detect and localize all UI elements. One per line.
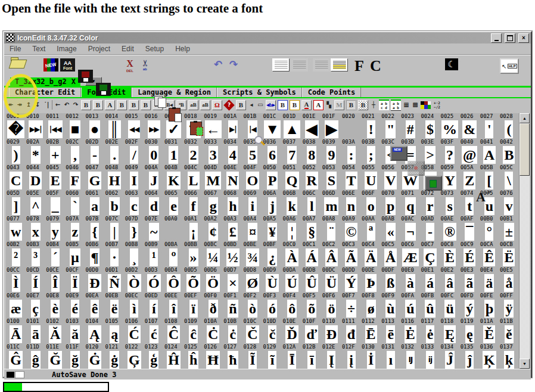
glyph-cell[interactable]: 005B[ xyxy=(480,164,499,190)
glyph-cell[interactable]: 010Bċ xyxy=(223,318,242,344)
glyph-cell[interactable]: 0064d xyxy=(144,190,164,216)
glyph-cell[interactable]: 00E5å xyxy=(499,267,519,293)
glyph-cell[interactable]: 00F3ó xyxy=(262,293,282,318)
glyph-cell[interactable]: 00A6¦ xyxy=(282,216,302,241)
glyph-cell[interactable]: 00E7ç xyxy=(26,293,45,318)
glyph-cell[interactable]: 00B4´ xyxy=(45,241,65,267)
glyph-cell[interactable]: 00C8È xyxy=(440,241,460,267)
glyph-cell[interactable]: 011Dĝ xyxy=(26,344,45,369)
glyph-cell[interactable]: 00AAª xyxy=(361,216,381,241)
glyph-cell[interactable]: 0052R xyxy=(302,164,322,190)
glyph-cell[interactable]: 006Aj xyxy=(262,190,282,216)
m-gray-button[interactable]: M xyxy=(334,100,344,110)
glyph-cell[interactable]: 00E0à xyxy=(400,267,420,293)
glyph-cell[interactable]: 00A9© xyxy=(341,216,361,241)
glyph-cell[interactable]: 003A: xyxy=(341,139,361,164)
glyph-cell[interactable]: 00C9É xyxy=(460,241,480,267)
glyph-cell[interactable]: 011Fğ xyxy=(65,344,85,369)
glyph-cell[interactable]: 00E6æ xyxy=(6,293,26,318)
glyph-cell[interactable]: 00CAÊ xyxy=(480,241,499,267)
glyph-cell[interactable]: 012Bī xyxy=(302,344,322,369)
glyph-cell[interactable]: 007E~ xyxy=(144,216,164,241)
scrollbar-thumb[interactable] xyxy=(520,123,530,176)
glyph-cell[interactable]: 0023# xyxy=(400,113,420,139)
glyph-cell[interactable]: 0107ć xyxy=(144,318,164,344)
glyph-cell[interactable]: 0069i xyxy=(242,190,262,216)
help-diamond-icon[interactable]: ? xyxy=(223,99,234,110)
glyph-cell[interactable]: 00BC¼ xyxy=(203,241,223,267)
glyph-cell[interactable]: 00A5¥ xyxy=(262,216,282,241)
style-b1-button[interactable]: B xyxy=(81,100,91,110)
help-icon[interactable]: ↖ HLP xyxy=(500,58,519,74)
crosshair-icon[interactable]: ┼ xyxy=(370,100,377,110)
style-b3-button[interactable]: B xyxy=(117,100,127,110)
ab-case2-button[interactable]: aB xyxy=(200,100,210,110)
tab-code-points[interactable]: Code Points xyxy=(302,88,361,97)
scroll-down-button[interactable]: ▼ xyxy=(520,359,530,369)
glyph-cell[interactable]: 00BAº xyxy=(164,241,183,267)
glyph-cell[interactable]: 001F▶ xyxy=(322,113,341,139)
glyph-cell[interactable]: 00322 xyxy=(183,139,203,164)
glyph-cell[interactable]: 0040@ xyxy=(460,139,480,164)
glyph-cell[interactable]: 00FCü xyxy=(440,293,460,318)
menu-text[interactable]: Text xyxy=(32,45,45,53)
glyph-cell[interactable]: 0044D xyxy=(26,164,45,190)
glyph-cell[interactable]: 00C5Å xyxy=(381,241,400,267)
glyph-cell[interactable]: 0063c xyxy=(125,190,144,216)
glyph-cell[interactable]: 0132IJ xyxy=(400,344,420,369)
zoom-icon[interactable] xyxy=(253,135,264,146)
glyph-cell[interactable]: 00F1ñ xyxy=(223,293,242,318)
glyph-cell[interactable]: 00AC¬ xyxy=(400,216,420,241)
triangle-left-icon[interactable]: ◂ xyxy=(248,100,255,110)
vertical-scrollbar[interactable]: ▲ ▼ xyxy=(519,113,530,369)
glyph-cell[interactable]: 004CL xyxy=(183,164,203,190)
glyph-cell[interactable]: 00CDÍ xyxy=(26,267,45,293)
glyph-cell[interactable]: 00A7§ xyxy=(302,216,322,241)
glyph-cell[interactable]: 00E3ã xyxy=(460,267,480,293)
glyph-cell[interactable]: 00B8¸ xyxy=(125,241,144,267)
rotate-right-icon[interactable]: ↷ xyxy=(72,100,79,110)
glyph-cell[interactable]: 00C0À xyxy=(282,241,302,267)
b-orange-box-button[interactable]: B xyxy=(290,100,300,110)
glyph-cell[interactable]: 010Dč xyxy=(262,318,282,344)
save-red-icon[interactable] xyxy=(78,70,93,83)
a-red-box-button[interactable]: A xyxy=(313,100,324,110)
glyph-cell[interactable]: 0041A xyxy=(480,139,499,164)
close-button[interactable]: × xyxy=(518,33,529,43)
glyph-cell[interactable]: 0109ĉ xyxy=(183,318,203,344)
glyph-cell[interactable]: 00F6ö xyxy=(322,293,341,318)
glyph-cell[interactable]: 00DBÛ xyxy=(302,267,322,293)
glyph-cell[interactable]: 002C, xyxy=(65,139,85,164)
glyph-cell[interactable]: 00D7× xyxy=(223,267,242,293)
glyph-cell[interactable]: 0071q xyxy=(400,190,420,216)
glyph-cell[interactable]: 00399 xyxy=(322,139,341,164)
glyph-cell[interactable]: 0122Ģ xyxy=(125,344,144,369)
glyph-cell[interactable]: 00DCÜ xyxy=(322,267,341,293)
grid-small-icon[interactable]: ▦ xyxy=(403,100,410,110)
glyph-cell[interactable]: 0124Ĥ xyxy=(164,344,183,369)
blank-box-icon[interactable]: ▭ xyxy=(257,100,264,110)
glyph-cell[interactable]: 00388 xyxy=(302,139,322,164)
glyph-cell[interactable]: 0125ĥ xyxy=(183,344,203,369)
shift-down-icon[interactable]: ↧ xyxy=(34,100,41,110)
glyph-cell[interactable]: 0136Ķ xyxy=(480,344,499,369)
glyph-cell[interactable]: 00BD½ xyxy=(223,241,242,267)
glyph-cell[interactable]: 012EĮ xyxy=(322,344,341,369)
glyph-cell[interactable]: 005C\ xyxy=(499,164,519,190)
glyph-cell[interactable]: 00B9¹ xyxy=(144,241,164,267)
glyph-cell[interactable]: 00C1Á xyxy=(302,241,322,267)
glyph-cell[interactable]: 011AĚ xyxy=(480,318,499,344)
glyph-cell[interactable]: 0072r xyxy=(420,190,440,216)
glyph-cell[interactable]: 00377 xyxy=(282,139,302,164)
glyph-cell[interactable]: 0135ĵ xyxy=(460,344,480,369)
glyph-cell[interactable]: 00D1Ñ xyxy=(105,267,125,293)
glyph-cell[interactable]: 012Fį xyxy=(341,344,361,369)
glyph-cell[interactable]: 00CBË xyxy=(499,241,519,267)
delete-icon[interactable]: X DEL xyxy=(126,58,133,73)
glyph-cell[interactable]: 0015◀◀ xyxy=(125,113,144,139)
copy-icon[interactable] xyxy=(154,96,167,108)
glyph-cell[interactable]: 00B0° xyxy=(480,216,499,241)
glyph-cell[interactable]: 011CĜ xyxy=(6,344,26,369)
open-file-icon[interactable] xyxy=(10,60,26,71)
glyph-cell[interactable]: 00F4ô xyxy=(282,293,302,318)
